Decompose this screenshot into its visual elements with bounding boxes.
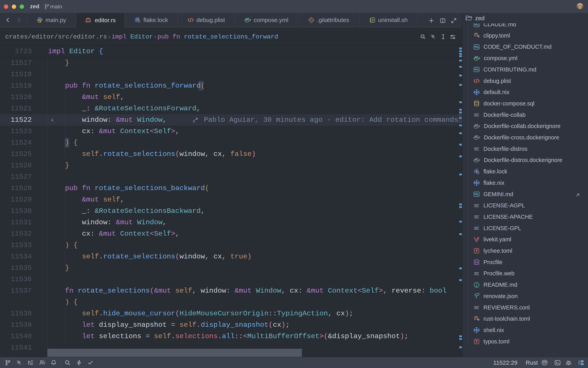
- svg-text:$: $: [372, 18, 374, 22]
